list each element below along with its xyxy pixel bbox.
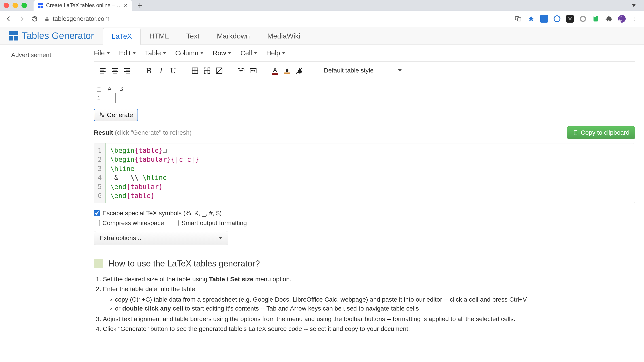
generate-button[interactable]: Generate (94, 109, 138, 121)
smart-formatting-checkbox[interactable]: Smart output formatting (173, 219, 247, 227)
svg-point-4 (580, 16, 586, 21)
minimize-window-button[interactable] (12, 3, 18, 8)
close-window-button[interactable] (4, 3, 9, 8)
fill-color-icon[interactable] (283, 66, 292, 75)
forward-button[interactable] (18, 16, 25, 22)
chevron-down-icon (254, 52, 258, 54)
border-inner-icon[interactable] (202, 66, 212, 75)
table-editor: A B 1 (94, 80, 635, 109)
menu-row[interactable]: Row (213, 49, 232, 57)
editor-grid[interactable]: A B 1 (94, 85, 127, 103)
tab-title: Create LaTeX tables online – Ta (46, 2, 121, 9)
copy-to-clipboard-button[interactable]: Copy to clipboard (567, 126, 635, 139)
howto-section: How to use the LaTeX tables generator? S… (94, 250, 635, 334)
chevron-down-icon (282, 52, 286, 54)
tabs-menu-icon[interactable] (632, 4, 636, 7)
column-header[interactable]: A (104, 85, 116, 93)
escape-symbols-checkbox[interactable]: Escape special TeX symbols (%, &, _, #, … (94, 210, 222, 217)
evernote-icon[interactable] (592, 15, 600, 23)
site-header: Tables Generator LaTeX HTML Text Markdow… (0, 27, 644, 45)
reload-button[interactable] (31, 16, 38, 22)
window-controls (4, 3, 27, 8)
close-tab-icon[interactable]: × (124, 2, 128, 9)
menu-table[interactable]: Table (145, 49, 166, 57)
svg-point-29 (102, 115, 104, 117)
align-center-icon[interactable] (110, 66, 120, 75)
new-tab-button[interactable]: + (137, 1, 142, 11)
bookmark-star-icon[interactable] (527, 15, 535, 23)
list-item: Adjust text alignment and table borders … (103, 314, 635, 324)
menu-cell[interactable]: Cell (240, 49, 258, 57)
align-left-icon[interactable] (98, 66, 107, 75)
url-field[interactable]: tablesgenerator.com (44, 15, 508, 22)
select-all-checkbox[interactable] (94, 85, 104, 93)
browser-menu-icon[interactable]: ⋮ (631, 15, 639, 23)
clear-format-icon[interactable] (295, 66, 304, 75)
tab-latex[interactable]: LaTeX (103, 28, 141, 45)
italic-icon[interactable]: I (156, 66, 166, 75)
border-none-icon[interactable] (215, 66, 224, 75)
extra-options-dropdown[interactable]: Extra options... (94, 231, 228, 245)
border-all-icon[interactable] (190, 66, 200, 75)
tab-mediawiki[interactable]: MediaWiki (258, 28, 309, 45)
menu-column[interactable]: Column (175, 49, 204, 57)
gears-icon (99, 112, 105, 118)
profile-avatar[interactable]: 小龙 (618, 15, 626, 23)
ext-icon-3[interactable]: ✕ (566, 15, 574, 23)
list-item: Set the desired size of the table using … (103, 275, 635, 284)
table-cell[interactable] (116, 93, 127, 103)
column-header[interactable]: B (116, 85, 127, 93)
underline-icon[interactable]: U (168, 66, 178, 75)
address-bar: tablesgenerator.com ✕ 小龙 ⋮ (0, 11, 644, 27)
align-right-icon[interactable] (122, 66, 132, 75)
table-style-select[interactable]: Default table style (321, 65, 415, 76)
menu-help[interactable]: Help (266, 49, 286, 57)
menubar: File Edit Table Column Row Cell Help (94, 45, 635, 62)
merge-cells-icon[interactable] (236, 66, 246, 75)
chevron-down-icon (219, 237, 222, 239)
extra-options-label: Extra options... (100, 234, 141, 242)
list-item: Click "Generate" button to see the gener… (103, 324, 635, 333)
browser-tab[interactable]: Create LaTeX tables online – Ta × (34, 0, 132, 11)
tab-markdown[interactable]: Markdown (208, 28, 259, 45)
list-item: Enter the table data into the table: cop… (103, 285, 635, 313)
clipboard-icon (573, 130, 578, 136)
chevron-down-icon (228, 52, 232, 54)
maximize-window-button[interactable] (22, 3, 27, 8)
chevron-down-icon (398, 69, 402, 72)
translate-icon[interactable] (514, 15, 522, 23)
copy-label: Copy to clipboard (581, 129, 630, 136)
logo-icon (9, 31, 18, 41)
output-options: Escape special TeX symbols (%, &, _, #, … (94, 203, 635, 250)
back-button[interactable] (5, 16, 12, 22)
list-item: or double click any cell to start editin… (115, 304, 635, 313)
ext-icon-4[interactable] (579, 15, 587, 23)
toolbar: B I U A Default table style (94, 62, 635, 80)
ext-icon-1[interactable] (540, 15, 548, 23)
url-text: tablesgenerator.com (53, 15, 110, 22)
tab-html[interactable]: HTML (141, 28, 178, 45)
menu-edit[interactable]: Edit (119, 49, 136, 57)
extensions-puzzle-icon[interactable] (605, 15, 613, 23)
ext-icon-2[interactable] (553, 15, 561, 23)
ad-sidebar: Advertisement (0, 45, 94, 334)
howto-steps: Set the desired size of the table using … (94, 268, 635, 334)
favicon-icon (38, 3, 44, 8)
howto-heading: How to use the LaTeX tables generator? (94, 259, 635, 268)
bold-icon[interactable]: B (144, 66, 154, 75)
row-header[interactable]: 1 (94, 93, 104, 103)
extension-icons: ✕ 小龙 ⋮ (514, 15, 639, 23)
code-output[interactable]: 1 2 3 4 5 6 \begin{table} \begin{tabular… (94, 143, 635, 203)
svg-rect-0 (46, 19, 48, 21)
compress-whitespace-checkbox[interactable]: Compress whitespace (94, 219, 164, 227)
logo[interactable]: Tables Generator (9, 31, 94, 41)
table-cell[interactable] (104, 93, 116, 103)
split-cells-icon[interactable] (249, 66, 258, 75)
tab-text[interactable]: Text (178, 28, 208, 45)
svg-rect-2 (518, 18, 521, 21)
line-gutter: 1 2 3 4 5 6 (94, 143, 106, 203)
text-color-icon[interactable]: A (270, 66, 280, 75)
menu-file[interactable]: File (94, 49, 110, 57)
browser-chrome: Create LaTeX tables online – Ta × + tabl… (0, 0, 644, 27)
code-lines[interactable]: \begin{table} \begin{tabular}{|c|c|} \hl… (106, 143, 204, 203)
